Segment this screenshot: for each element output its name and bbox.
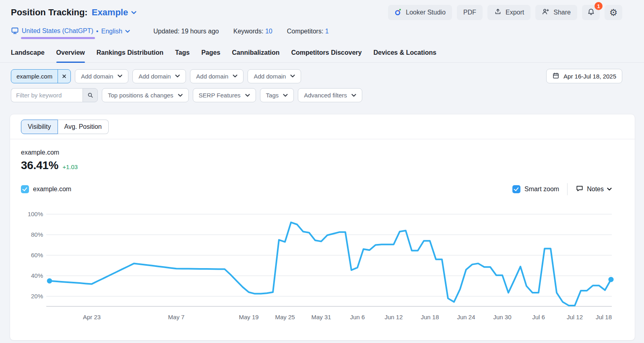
x-axis-label: Jul 12	[567, 314, 583, 320]
campaign-meta: United States (ChatGPT) • English Update…	[0, 20, 644, 36]
separator-dot: •	[96, 28, 99, 35]
last-point-dot[interactable]	[609, 277, 614, 282]
x-axis-label: Apr 23	[83, 314, 101, 320]
competitors-value-link[interactable]: 1	[325, 28, 329, 35]
settings-button[interactable]: ⚙	[605, 5, 622, 20]
add-domain-label: Add domain	[81, 73, 113, 80]
x-axis-label: Jul 18	[596, 314, 612, 320]
x-axis-label: May 31	[311, 314, 331, 320]
updated-label: Updated: 19 hours ago	[153, 28, 219, 35]
x-axis-label: Jun 6	[350, 314, 365, 320]
chevron-down-icon	[131, 11, 136, 14]
first-point-dot	[47, 278, 52, 283]
metric-domain: example.com	[21, 149, 624, 156]
monitor-icon	[11, 27, 19, 36]
looker-studio-button[interactable]: Looker Studio	[388, 5, 452, 20]
overview-card: Visibility Avg. Position example.com 36.…	[10, 114, 635, 341]
tab-overview[interactable]: Overview	[56, 44, 85, 62]
tab-landscape[interactable]: Landscape	[11, 44, 45, 62]
tab-competitors-discovery[interactable]: Competitors Discovery	[291, 44, 362, 62]
smart-zoom-label: Smart zoom	[524, 186, 559, 193]
add-domain-dropdown-2[interactable]: Add domain	[132, 69, 186, 83]
metric-value: 36.41%	[21, 159, 58, 172]
tab-cannibalization[interactable]: Cannibalization	[232, 44, 279, 62]
tab-tags[interactable]: Tags	[175, 44, 190, 62]
chart-legend-row: example.com Smart zoom Notes	[10, 172, 635, 195]
tags-dropdown[interactable]: Tags	[260, 88, 294, 102]
date-range-label: Apr 16-Jul 18, 2025	[564, 73, 616, 80]
add-domain-label: Add domain	[196, 73, 228, 80]
add-domain-dropdown-1[interactable]: Add domain	[75, 69, 128, 83]
search-icon	[87, 92, 94, 99]
add-domain-dropdown-4[interactable]: Add domain	[248, 69, 301, 83]
keywords-count: Keywords: 10	[233, 28, 272, 35]
domain-chip: example.com	[11, 69, 71, 83]
project-name: Example	[92, 7, 128, 18]
looker-studio-label: Looker Studio	[406, 9, 446, 16]
chevron-down-icon	[233, 74, 237, 78]
vertical-divider	[567, 183, 568, 195]
calendar-icon	[552, 72, 559, 81]
chevron-down-icon	[118, 74, 122, 78]
x-axis-label: Jul 6	[532, 314, 545, 320]
chevron-down-icon	[283, 94, 288, 97]
serp-features-dropdown[interactable]: SERP Features	[193, 88, 256, 102]
x-axis-label: Jun 24	[457, 314, 475, 320]
tab-devices-locations[interactable]: Devices & Locations	[374, 44, 437, 62]
project-selector[interactable]: Example	[92, 7, 137, 18]
domain-chip-label: example.com	[11, 70, 58, 83]
competitors-count: Competitors: 1	[287, 28, 329, 35]
header: Position Tracking: Example Looker Studio…	[0, 0, 644, 20]
tab-rankings-distribution[interactable]: Rankings Distribution	[97, 44, 163, 62]
advanced-filters-dropdown[interactable]: Advanced filters	[298, 88, 362, 102]
add-domain-dropdown-3[interactable]: Add domain	[190, 69, 244, 83]
notes-dropdown[interactable]: Notes	[576, 184, 612, 194]
close-icon	[61, 73, 67, 79]
top-positions-label: Top positions & changes	[108, 92, 173, 99]
gear-icon: ⚙	[609, 8, 618, 17]
remove-domain-button[interactable]	[58, 70, 70, 83]
chevron-down-icon	[351, 94, 356, 97]
add-domain-label: Add domain	[254, 73, 286, 80]
chart-area: 100%80%60%40%20%Apr 23May 7May 19May 25M…	[18, 204, 635, 325]
share-button[interactable]: Share	[535, 5, 577, 20]
share-user-icon	[542, 8, 550, 17]
tabs-bar: Landscape Overview Rankings Distribution…	[0, 44, 644, 63]
x-axis-label: May 19	[239, 314, 258, 320]
chevron-down-icon	[245, 94, 250, 97]
pdf-button[interactable]: PDF	[457, 5, 483, 20]
metric-toggle-row: Visibility Avg. Position	[10, 114, 635, 139]
page-title: Position Tracking:	[11, 7, 88, 18]
avg-position-toggle[interactable]: Avg. Position	[58, 120, 109, 134]
y-axis-label: 40%	[31, 272, 43, 279]
header-actions: Looker Studio PDF Export Share	[388, 5, 622, 20]
tab-pages[interactable]: Pages	[201, 44, 220, 62]
chevron-down-icon	[175, 74, 180, 78]
y-axis-label: 100%	[28, 211, 43, 217]
domain-checkbox[interactable]	[21, 185, 29, 193]
looker-studio-icon	[394, 8, 402, 17]
visibility-toggle[interactable]: Visibility	[21, 120, 58, 134]
export-button[interactable]: Export	[487, 5, 530, 20]
y-axis-label: 20%	[31, 293, 43, 300]
location-language-selector[interactable]: United States (ChatGPT) • English	[11, 27, 130, 36]
legend-domain-label: example.com	[33, 186, 71, 193]
x-axis-label: Jun 30	[493, 314, 511, 320]
chevron-down-icon	[607, 188, 612, 191]
keyword-search-input[interactable]	[11, 88, 83, 102]
notes-label: Notes	[587, 186, 604, 193]
date-range-picker[interactable]: Apr 16-Jul 18, 2025	[546, 69, 622, 83]
search-button[interactable]	[83, 88, 98, 102]
keyword-filter-row: Top positions & changes SERP Features Ta…	[0, 83, 644, 102]
export-icon	[494, 8, 502, 17]
top-positions-dropdown[interactable]: Top positions & changes	[102, 88, 189, 102]
smart-zoom-checkbox[interactable]	[512, 185, 520, 193]
bell-icon	[587, 8, 595, 18]
visibility-metric: example.com 36.41% +1.03	[10, 139, 635, 172]
x-axis-label: May 7	[168, 314, 185, 320]
serp-features-label: SERP Features	[199, 92, 241, 99]
keywords-value-link[interactable]: 10	[265, 28, 272, 35]
y-axis-label: 60%	[31, 252, 43, 258]
notification-badge: 1	[594, 2, 603, 10]
export-label: Export	[506, 9, 524, 16]
